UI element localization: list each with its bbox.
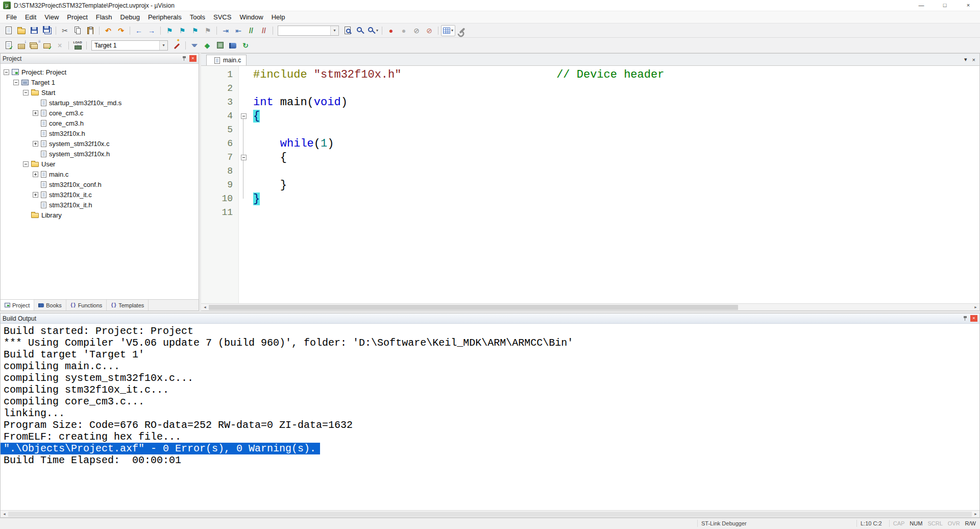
tree-item-startup-stm32f10x-md-s[interactable]: startup_stm32f10x_md.s bbox=[1, 98, 199, 108]
scrollbar-thumb[interactable] bbox=[209, 305, 738, 310]
pin-icon[interactable] bbox=[963, 316, 968, 321]
chevron-down-icon[interactable]: ▾ bbox=[451, 28, 453, 33]
disable-breakpoint-button[interactable]: ● bbox=[398, 25, 410, 36]
file-extensions-button[interactable] bbox=[188, 40, 201, 51]
menu-window[interactable]: Window bbox=[235, 12, 267, 22]
scroll-left-icon[interactable]: ◄ bbox=[1, 512, 8, 516]
pin-icon[interactable] bbox=[182, 56, 187, 61]
tree-item-core-cm3-h[interactable]: core_cm3.h bbox=[1, 118, 199, 128]
tree-item-stm32f10x-h[interactable]: stm32f10x.h bbox=[1, 128, 199, 138]
editor-tab-main-c[interactable]: main.c bbox=[206, 55, 247, 65]
stop-build-button[interactable]: × bbox=[54, 40, 66, 51]
copy-button[interactable] bbox=[71, 25, 84, 36]
code-line-8[interactable]: 8 bbox=[201, 164, 979, 178]
code-editor[interactable]: 1#include "stm32f10x.h" // Device header… bbox=[201, 66, 979, 303]
pack-installer-button[interactable] bbox=[214, 40, 226, 51]
insert-breakpoint-button[interactable]: ● bbox=[385, 25, 397, 36]
code-line-5[interactable]: 5 bbox=[201, 123, 979, 137]
build-button[interactable] bbox=[15, 40, 28, 51]
maximize-button[interactable]: □ bbox=[933, 0, 957, 11]
menu-flash[interactable]: Flash bbox=[92, 12, 116, 22]
paste-button[interactable] bbox=[84, 25, 96, 36]
expand-icon[interactable] bbox=[33, 172, 38, 177]
panel-tab-project[interactable]: Project bbox=[1, 300, 34, 310]
configure-button[interactable] bbox=[456, 25, 468, 36]
enable-all-breakpoints-button[interactable]: ⊘ bbox=[423, 25, 435, 36]
tree-item-stm32f10x-it-h[interactable]: stm32f10x_it.h bbox=[1, 200, 199, 210]
collapse-icon[interactable] bbox=[23, 161, 29, 167]
next-bookmark-button[interactable]: ⚑ bbox=[189, 25, 201, 36]
code-line-10[interactable]: 10} bbox=[201, 192, 979, 206]
incremental-find-button[interactable]: ▾ bbox=[367, 25, 379, 36]
menu-peripherals[interactable]: Peripherals bbox=[144, 12, 186, 22]
tree-item-core-cm3-c[interactable]: core_cm3.c bbox=[1, 108, 199, 118]
panel-tab-functions[interactable]: {}Functions bbox=[66, 300, 107, 310]
find-button[interactable] bbox=[354, 25, 366, 36]
minimize-button[interactable]: — bbox=[910, 0, 933, 11]
panel-tab-templates[interactable]: {}Templates bbox=[107, 300, 149, 310]
indent-button[interactable]: ⇥ bbox=[219, 25, 232, 36]
find-text-combo[interactable]: ▾ bbox=[278, 26, 339, 36]
tree-item-start[interactable]: Start bbox=[1, 87, 199, 98]
redo-button[interactable]: ↷ bbox=[115, 25, 127, 36]
menu-tools[interactable]: Tools bbox=[186, 12, 209, 22]
code-line-9[interactable]: 9 } bbox=[201, 178, 979, 192]
code-line-4[interactable]: 4{ bbox=[201, 109, 979, 123]
scrollbar-thumb[interactable] bbox=[8, 512, 972, 517]
batch-build-button[interactable] bbox=[41, 40, 53, 51]
editor-horizontal-scrollbar[interactable]: ◄ ► bbox=[201, 303, 979, 310]
collapse-icon[interactable] bbox=[4, 69, 9, 75]
kill-all-breakpoints-button[interactable]: ⊘ bbox=[410, 25, 423, 36]
menu-edit[interactable]: Edit bbox=[21, 12, 40, 22]
menu-file[interactable]: File bbox=[2, 12, 21, 22]
download-button[interactable]: LOAD bbox=[71, 40, 84, 51]
scroll-right-icon[interactable]: ► bbox=[972, 512, 979, 516]
tree-item-system-stm32f10x-h[interactable]: system_stm32f10x.h bbox=[1, 149, 199, 159]
build-output-log[interactable]: Build started: Project: Project*** Using… bbox=[1, 324, 979, 510]
collapse-icon[interactable] bbox=[13, 80, 19, 85]
close-document-button[interactable]: × bbox=[972, 57, 975, 63]
tree-item-stm32f10x-conf-h[interactable]: stm32f10x_conf.h bbox=[1, 179, 199, 189]
new-file-button[interactable] bbox=[3, 25, 15, 36]
menu-debug[interactable]: Debug bbox=[116, 12, 144, 22]
debug-windows-button[interactable]: ▾ bbox=[441, 25, 455, 36]
chevron-down-icon[interactable]: ▾ bbox=[330, 26, 338, 35]
fold-collapse-icon[interactable] bbox=[241, 155, 247, 160]
manage-rte-button[interactable]: ◆ bbox=[201, 40, 213, 51]
target-select-combo[interactable]: Target 1▾ bbox=[91, 40, 168, 51]
toggle-bookmark-button[interactable]: ⚑ bbox=[163, 25, 176, 36]
cut-button[interactable]: ✂ bbox=[59, 25, 71, 36]
code-line-2[interactable]: 2 bbox=[201, 82, 979, 95]
clear-all-bookmarks-button[interactable]: ⚑ bbox=[202, 25, 214, 36]
options-for-target-button[interactable] bbox=[170, 40, 183, 51]
close-build-output-button[interactable]: × bbox=[970, 315, 977, 322]
tree-item-main-c[interactable]: main.c bbox=[1, 169, 199, 179]
fold-collapse-icon[interactable] bbox=[241, 113, 247, 119]
build-output-horizontal-scrollbar[interactable]: ◄ ► bbox=[1, 510, 979, 517]
save-button[interactable] bbox=[28, 25, 40, 36]
tree-item-library[interactable]: Library bbox=[1, 210, 199, 220]
rebuild-button[interactable] bbox=[28, 40, 40, 51]
undo-button[interactable]: ↶ bbox=[102, 25, 114, 36]
code-line-6[interactable]: 6 while(1) bbox=[201, 137, 979, 151]
tab-list-dropdown-icon[interactable]: ▾ bbox=[964, 56, 967, 63]
panel-tab-books[interactable]: Books bbox=[34, 300, 66, 310]
collapse-icon[interactable] bbox=[23, 90, 29, 95]
scroll-right-icon[interactable]: ► bbox=[972, 305, 979, 309]
translate-button[interactable] bbox=[3, 40, 15, 51]
menu-svcs[interactable]: SVCS bbox=[209, 12, 235, 22]
close-project-panel-button[interactable]: × bbox=[189, 55, 197, 62]
open-file-button[interactable] bbox=[15, 25, 28, 36]
tree-item-project-project[interactable]: Project: Project bbox=[1, 67, 199, 77]
tree-item-stm32f10x-it-c[interactable]: stm32f10x_it.c bbox=[1, 189, 199, 200]
tree-item-user[interactable]: User bbox=[1, 159, 199, 169]
chevron-down-icon[interactable]: ▾ bbox=[159, 41, 167, 50]
save-all-button[interactable] bbox=[41, 25, 53, 36]
books-button[interactable] bbox=[227, 40, 239, 51]
code-line-3[interactable]: 3int main(void) bbox=[201, 95, 979, 109]
expand-icon[interactable] bbox=[33, 141, 38, 147]
menu-view[interactable]: View bbox=[40, 12, 63, 22]
uncomment-selection-button[interactable]: // bbox=[258, 25, 270, 36]
close-button[interactable]: × bbox=[957, 0, 980, 11]
expand-icon[interactable] bbox=[33, 110, 38, 116]
